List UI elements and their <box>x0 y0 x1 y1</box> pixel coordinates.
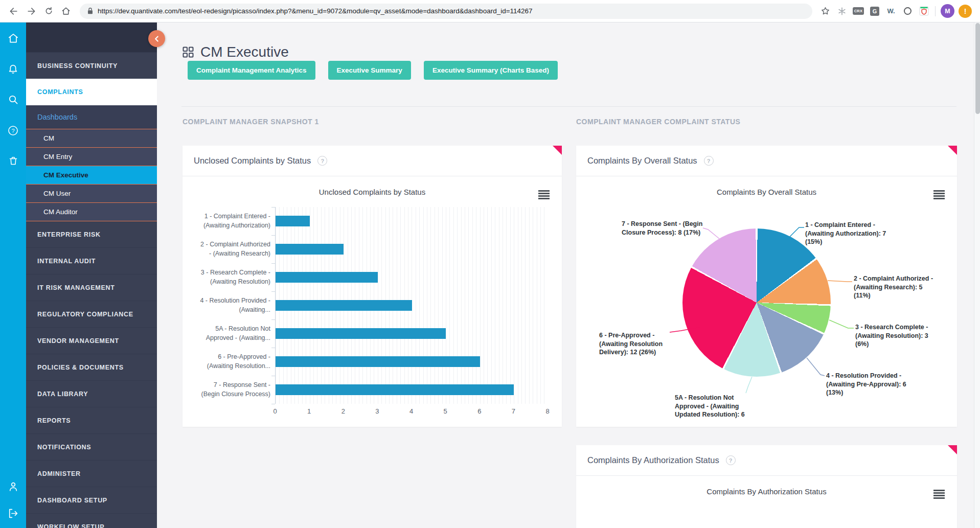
sidebar-item-cm[interactable]: CM <box>26 129 157 147</box>
back-icon[interactable] <box>5 3 22 20</box>
executive-summary-button[interactable]: Executive Summary <box>328 61 411 80</box>
sidebar-header <box>26 22 157 52</box>
g-extension-icon[interactable]: G <box>868 3 882 20</box>
sidebar-item-cm-entry[interactable]: CM Entry <box>26 147 157 166</box>
snowflake-extension-icon[interactable] <box>835 3 849 20</box>
sidebar-item-internal-audit[interactable]: INTERNAL AUDIT <box>26 247 157 274</box>
w-extension-icon[interactable]: W. <box>884 3 898 20</box>
update-warning-icon[interactable]: ! <box>959 5 972 18</box>
svg-text:?: ? <box>11 127 14 133</box>
card-title: Complaints By Authorization Status <box>587 455 719 465</box>
card-title: Complaints By Overall Status <box>587 156 697 166</box>
sidebar-item-reports[interactable]: REPORTS <box>26 407 157 433</box>
bar-6-pre-approved[interactable] <box>276 356 480 367</box>
category-axis-tick <box>271 404 275 404</box>
pie[interactable] <box>682 228 831 377</box>
bar-3-research-complete[interactable] <box>276 272 378 283</box>
x-axis-label: 6 <box>474 407 485 415</box>
x-axis-label: 2 <box>338 407 348 415</box>
address-bar[interactable]: https://dev.quantivate.com/test/eol-rede… <box>80 4 812 19</box>
pie-slice-label: 6 - Pre-Approved - (Awaiting Resolution … <box>599 331 663 357</box>
help-tooltip-icon[interactable]: ? <box>704 156 714 166</box>
home-icon[interactable] <box>57 3 75 20</box>
chart-menu-icon[interactable] <box>933 490 945 499</box>
profile-avatar[interactable]: M <box>941 4 954 18</box>
x-axis-label: 0 <box>270 407 280 415</box>
sidebar: BUSINESS CONTINUITYCOMPLAINTSDashboardsC… <box>26 22 157 528</box>
forward-icon[interactable] <box>22 3 40 20</box>
scrollbar-thumb[interactable] <box>975 23 980 114</box>
bar-category-label: 6 - Pre-Approved - (Awaiting Resolution.… <box>183 353 270 371</box>
user-profile-icon[interactable] <box>6 479 21 494</box>
chart-menu-icon[interactable] <box>933 190 945 199</box>
auth-chart-title: Complaints By Authorization Status <box>576 487 957 496</box>
bar-category-label: 5A - Resolution Not Approved - (Awaiting… <box>183 325 270 342</box>
x-axis-label: 8 <box>542 407 553 415</box>
notifications-bell-icon[interactable] <box>6 61 21 77</box>
header-divider <box>181 106 956 107</box>
category-axis-tick <box>271 263 275 264</box>
sidebar-item-workflow-setup[interactable]: WORKFLOW SETUP <box>26 513 157 528</box>
sidebar-item-dashboards[interactable]: Dashboards <box>26 105 157 129</box>
main-content: CM Executive Complaint Management Analyt… <box>157 22 980 528</box>
shield-extension-icon[interactable] <box>917 3 931 20</box>
bookmark-star-icon[interactable] <box>816 3 834 20</box>
search-icon[interactable] <box>6 92 21 107</box>
sidebar-nav: BUSINESS CONTINUITYCOMPLAINTSDashboardsC… <box>26 52 157 528</box>
sidebar-collapse-button[interactable] <box>148 30 165 47</box>
card-title: Unclosed Complaints by Status <box>194 156 311 166</box>
bar-1-complaint-entered[interactable] <box>276 216 310 226</box>
page-scrollbar <box>974 22 980 528</box>
sidebar-item-business-continuity[interactable]: BUSINESS CONTINUITY <box>26 52 157 79</box>
bar-category-label: 2 - Complaint Authorized - (Awaiting Res… <box>183 240 270 258</box>
executive-summary-charts-button[interactable]: Executive Summary (Charts Based) <box>424 61 558 80</box>
sidebar-item-it-risk-management[interactable]: IT RISK MANAGEMENT <box>26 274 157 301</box>
ring-extension-icon[interactable] <box>900 3 915 20</box>
pie-slice-label: 4 - Resolution Provided - (Awaiting Pre-… <box>826 372 906 397</box>
sidebar-item-vendor-management[interactable]: VENDOR MANAGEMENT <box>26 327 157 354</box>
reload-icon[interactable] <box>40 3 57 20</box>
sidebar-item-cm-user[interactable]: CM User <box>26 184 157 202</box>
lock-icon <box>87 7 94 15</box>
bar-2-complaint-authorized[interactable] <box>276 244 344 255</box>
icon-rail: ? <box>0 22 26 528</box>
trash-icon[interactable] <box>6 153 21 169</box>
bar-4-resolution-provided[interactable] <box>276 300 412 311</box>
chart-menu-icon[interactable] <box>538 190 550 199</box>
sidebar-item-notifications[interactable]: NOTIFICATIONS <box>26 433 157 460</box>
category-axis-tick <box>271 319 275 320</box>
x-axis-label: 4 <box>406 407 417 415</box>
sidebar-item-data-library[interactable]: DATA LIBRARY <box>26 380 157 407</box>
overall-status-card: Complaints By Overall Status ? Complaint… <box>576 146 957 427</box>
sidebar-item-complaints[interactable]: COMPLAINTS <box>26 79 157 105</box>
help-tooltip-icon[interactable]: ? <box>726 455 736 465</box>
help-tooltip-icon[interactable]: ? <box>317 156 327 166</box>
category-axis-tick <box>271 291 275 292</box>
help-icon[interactable]: ? <box>6 123 21 138</box>
pie-chart-title: Complaints By Overall Status <box>576 188 957 196</box>
category-axis-tick <box>271 348 275 348</box>
sidebar-item-policies-documents[interactable]: POLICIES & DOCUMENTS <box>26 354 157 380</box>
crx-extension-icon[interactable]: CRX <box>851 3 865 20</box>
pie-slice-label: 5A - Resolution Not Approved - (Awaiting… <box>675 394 745 419</box>
pie-slice-label: 3 - Research Complete - (Awaiting Resolu… <box>855 323 928 349</box>
category-axis-tick <box>271 376 275 376</box>
bar-5a-resolution-not[interactable] <box>276 328 446 339</box>
bar-category-label: 4 - Resolution Provided - (Awaiting... <box>183 296 270 314</box>
pie-slice-label: 7 - Response Sent - (Begin Closure Proce… <box>622 220 702 237</box>
complaint-management-analytics-button[interactable]: Complaint Management Analytics <box>188 61 315 80</box>
sidebar-item-cm-auditor[interactable]: CM Auditor <box>26 202 157 221</box>
sidebar-item-enterprise-risk[interactable]: ENTERPRISE RISK <box>26 221 157 247</box>
bar-chart-area: Unclosed Complaints by Status 1 - Compla… <box>183 176 562 426</box>
home-nav-icon[interactable] <box>6 31 21 46</box>
bar-category-label: 1 - Complaint Entered - (Awaiting Author… <box>183 212 270 230</box>
sidebar-item-regulatory-compliance[interactable]: REGULATORY COMPLIANCE <box>26 301 157 327</box>
pie-chart-area: Complaints By Overall Status 1 - Complai… <box>576 176 957 426</box>
sidebar-item-cm-executive[interactable]: CM Executive <box>26 166 157 184</box>
x-axis-label: 1 <box>304 407 314 415</box>
sidebar-item-dashboard-setup[interactable]: DASHBOARD SETUP <box>26 487 157 513</box>
logout-icon[interactable] <box>6 506 21 521</box>
bar-7-response-sent[interactable] <box>276 384 514 395</box>
bar-category-label: 7 - Response Sent - (Begin Closure Proce… <box>183 381 270 399</box>
sidebar-item-administer[interactable]: ADMINISTER <box>26 460 157 487</box>
